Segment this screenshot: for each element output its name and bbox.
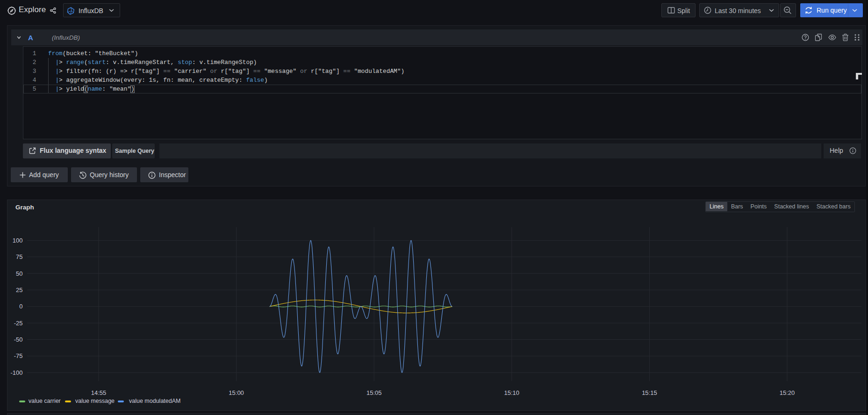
svg-text:15:15: 15:15 (642, 389, 657, 396)
svg-text:0: 0 (19, 303, 22, 310)
svg-text:15:00: 15:00 (229, 389, 244, 396)
svg-text:14:55: 14:55 (91, 389, 107, 396)
svg-text:50: 50 (16, 270, 22, 277)
svg-text:15:10: 15:10 (504, 389, 520, 396)
svg-text:-50: -50 (14, 336, 23, 343)
svg-text:-100: -100 (10, 369, 22, 376)
svg-text:25: 25 (16, 286, 22, 293)
svg-text:-25: -25 (14, 320, 23, 327)
svg-text:100: 100 (13, 237, 23, 244)
svg-text:-75: -75 (14, 352, 23, 359)
svg-text:75: 75 (16, 253, 22, 260)
svg-text:15:20: 15:20 (780, 389, 795, 396)
svg-text:15:05: 15:05 (366, 389, 382, 396)
